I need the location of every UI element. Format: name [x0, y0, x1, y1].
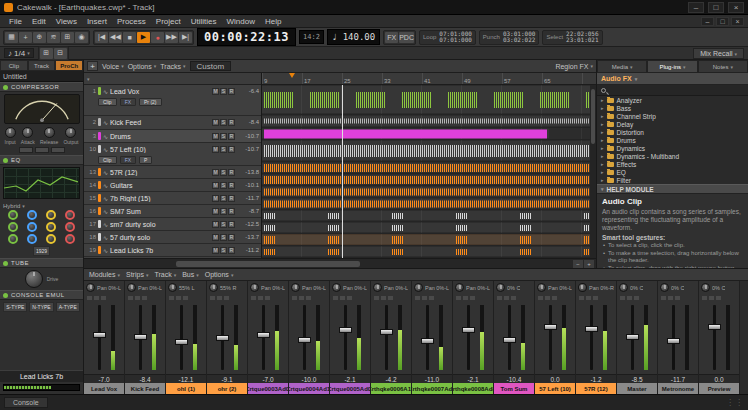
volume-readout[interactable]: -4.2 — [371, 374, 411, 383]
strip-arm-button[interactable] — [552, 296, 557, 300]
fx-toggle-button[interactable]: FX — [385, 32, 398, 43]
pan-knob[interactable] — [578, 283, 587, 292]
compressor-knob[interactable] — [65, 127, 76, 138]
track-volume-readout[interactable]: -6.4 — [237, 88, 259, 94]
arm-button[interactable]: R — [228, 247, 235, 254]
volume-readout[interactable]: -7.0 — [84, 374, 124, 383]
compressor-toggle[interactable] — [35, 147, 49, 153]
tempo-display[interactable]: ♩ 140.00 — [327, 29, 380, 45]
strip-solo-button[interactable] — [586, 296, 591, 300]
eq-band-knob[interactable] — [65, 210, 75, 220]
fx-category-item[interactable]: ▸ Dynamics - Multiband — [597, 152, 748, 160]
zoom-in-button[interactable]: + — [584, 260, 594, 268]
arm-button[interactable]: R — [228, 169, 235, 176]
transport-time-module[interactable]: Punch 03:01:000 03:02:022 — [479, 30, 540, 45]
close-button[interactable]: × — [728, 2, 744, 13]
arm-button[interactable]: R — [228, 88, 235, 95]
strip-mute-button[interactable] — [620, 296, 625, 300]
strip-arm-button[interactable] — [675, 296, 680, 300]
fx-category-item[interactable]: ▸ Delay — [597, 120, 748, 128]
mute-button[interactable]: M — [212, 221, 219, 228]
console-type-button[interactable]: A-TYPE — [56, 302, 80, 312]
track-lane[interactable] — [262, 162, 596, 174]
disclosure-icon[interactable]: ▸ — [601, 153, 604, 159]
maximize-button[interactable]: □ — [708, 2, 724, 13]
mute-button[interactable]: M — [212, 182, 219, 189]
strip-arm-button[interactable] — [265, 296, 270, 300]
volume-readout[interactable]: -10.0 — [289, 374, 329, 383]
volume-fader[interactable] — [661, 303, 695, 372]
channel-strip[interactable]: 0% C — [617, 281, 658, 394]
track-lane[interactable] — [262, 115, 596, 128]
channel-strip[interactable]: 0% C — [494, 281, 535, 394]
mute-button[interactable]: M — [212, 88, 219, 95]
track-name[interactable]: 57 Left (10) — [110, 146, 210, 153]
console-menu[interactable]: Bus ▾ — [182, 271, 199, 278]
fader-cap[interactable] — [298, 337, 311, 343]
fader-cap[interactable] — [544, 324, 557, 330]
fader-cap[interactable] — [175, 339, 188, 345]
strip-name[interactable]: Erthqke0006A17 — [371, 383, 411, 394]
console-menu[interactable]: Strips ▾ — [126, 271, 148, 278]
track-row[interactable]: 14 ∿ Guitars M S R — [84, 179, 261, 192]
power-led-icon[interactable] — [3, 293, 8, 298]
strip-solo-button[interactable] — [299, 296, 304, 300]
pan-knob[interactable] — [701, 283, 710, 292]
track-name[interactable]: SM7 Sum — [110, 208, 210, 215]
strip-name[interactable]: Preview — [699, 383, 739, 394]
volume-readout[interactable]: -8.5 — [617, 374, 657, 383]
arm-button[interactable]: R — [228, 133, 235, 140]
play-button[interactable]: ▶ — [137, 32, 150, 43]
solo-button[interactable]: S — [220, 146, 227, 153]
eq-band-knob[interactable] — [46, 210, 56, 220]
volume-readout[interactable]: -1.2 — [576, 374, 616, 383]
solo-button[interactable]: S — [220, 169, 227, 176]
mute-button[interactable]: M — [212, 119, 219, 126]
track-view-menu[interactable]: Options ▾ — [128, 63, 157, 70]
mix-recall-module[interactable]: Mix Recall ▾ — [693, 48, 744, 59]
audio-clip[interactable] — [262, 199, 596, 208]
track-name[interactable]: Kick Feed — [110, 119, 210, 126]
fx-category-item[interactable]: ▸ Channel Strip — [597, 112, 748, 120]
disclosure-icon[interactable]: ▸ — [601, 169, 604, 175]
strip-arm-button[interactable] — [470, 296, 475, 300]
volume-readout[interactable]: -9.1 — [207, 374, 247, 383]
fx-chip[interactable]: FX — [120, 156, 136, 164]
track-row[interactable]: 15 ∿ 7b Right (15) M S R — [84, 192, 261, 205]
inspector-track-name-field[interactable]: Untitled — [0, 71, 83, 82]
strip-name[interactable]: Master — [617, 383, 657, 394]
solo-button[interactable]: S — [220, 247, 227, 254]
track-lane[interactable] — [262, 198, 596, 210]
prochannel-chip[interactable]: P — [139, 156, 152, 164]
eq-1929-button[interactable]: 1929 — [33, 246, 50, 256]
clips-pane[interactable]: 917253341495765 — [262, 73, 596, 258]
strip-arm-button[interactable] — [224, 296, 229, 300]
mute-button[interactable]: M — [212, 169, 219, 176]
strip-name[interactable]: Erthqke0008Ad8i — [453, 383, 493, 394]
compressor-knob[interactable] — [44, 127, 55, 138]
disclosure-icon[interactable]: ▸ — [601, 113, 604, 119]
minimize-button[interactable]: – — [688, 2, 704, 13]
solo-button[interactable]: S — [220, 234, 227, 241]
solo-button[interactable]: S — [220, 182, 227, 189]
volume-fader[interactable] — [251, 303, 285, 372]
menu-item[interactable]: Process — [112, 15, 151, 27]
eq-band-knob[interactable] — [8, 222, 18, 232]
vertical-scrollbar[interactable] — [590, 85, 596, 258]
strip-solo-button[interactable] — [381, 296, 386, 300]
strip-solo-button[interactable] — [217, 296, 222, 300]
audio-clip[interactable] — [262, 163, 596, 172]
strip-name[interactable]: Crtque0005Ad0i — [330, 383, 370, 394]
zoom-out-button[interactable]: − — [573, 260, 583, 268]
menu-item[interactable]: Help — [260, 15, 286, 27]
channel-strip[interactable]: Pan 0%-L — [84, 281, 125, 394]
audio-clip[interactable] — [262, 223, 596, 232]
pan-knob[interactable] — [332, 283, 341, 292]
arm-button[interactable]: R — [228, 146, 235, 153]
fader-cap[interactable] — [708, 324, 721, 330]
mdi-close-button[interactable]: × — [731, 17, 744, 26]
volume-fader[interactable] — [620, 303, 654, 372]
tool-icon[interactable]: ◉ — [75, 32, 88, 43]
eq-band-knob[interactable] — [46, 222, 56, 232]
volume-readout[interactable]: -12.1 — [166, 374, 206, 383]
